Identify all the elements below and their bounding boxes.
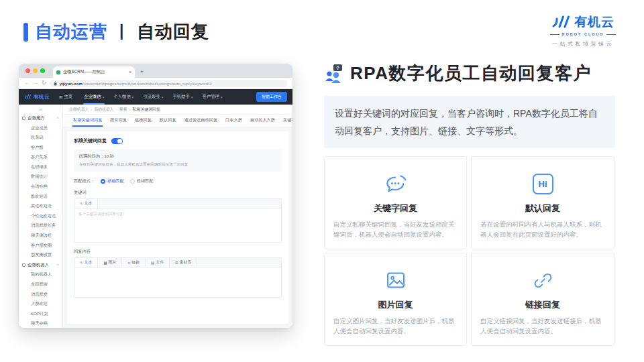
keyword-editor: ✎ 文本 (74, 198, 282, 243)
feature-heading: ? RPA数字化员工自动回复客户 (324, 62, 615, 85)
breadcrumb-item[interactable]: 我的机器人 (94, 107, 117, 113)
sidebar-item[interactable]: 企业成员 (19, 123, 62, 133)
sidebar-item[interactable]: 消息群发任务 (19, 221, 62, 231)
customers-question-icon: ? (324, 64, 344, 84)
grid-icon: ⊞ (59, 95, 62, 100)
reply-editor: ✎ 文本 ▦ 图片 (74, 257, 282, 298)
url-text: yijiyun.com/mscenter/#/pages/scrm/#/work… (60, 81, 212, 86)
zoom-window-icon[interactable] (40, 68, 45, 73)
robot-icon (22, 263, 25, 267)
radio-icon (130, 179, 135, 184)
card-description: 自定义图片回复，当好友发送图片后，机器人便会自动回复设置内容。 (325, 316, 466, 336)
new-tab-button[interactable]: + (140, 68, 144, 75)
editor-tab[interactable]: ▤ 文件 (146, 258, 170, 267)
reload-icon[interactable]: ↻ (42, 80, 46, 86)
browser-tab[interactable]: 企微SCRM——控制台 × (53, 66, 135, 78)
settings-content: 私聊关键词回复 间隔时间为：10 秒 在收到关键词信息后，机器人将延迟设置的间隔… (63, 127, 292, 328)
breadcrumb: 企微机器人我的机器人曼曼私聊关键词回复 (63, 105, 292, 115)
workbench-button[interactable]: 智能工作台 (256, 92, 287, 102)
match-mode-row: 匹配模式： 精确匹配 模糊匹配 (74, 178, 282, 184)
radio-exact-match[interactable]: 精确匹配 (101, 178, 124, 184)
nav-item-home[interactable]: ⊞ 主页 (59, 94, 72, 100)
card-description: 若在设置的时间内有人与机器人联系，则机器人会回复在此页面设置好的内容。 (472, 219, 614, 239)
sidebar-item[interactable]: 聊天存档 (19, 318, 62, 328)
settings-tab[interactable]: 私聊关键词回复 (69, 117, 106, 127)
sidebar-item[interactable]: 群欢迎语 (19, 192, 62, 202)
brand-subtitle: ROBOT CLOUD (543, 32, 623, 36)
editor-tab[interactable]: ⊞ 素材库 (170, 258, 197, 267)
reply-settings-tabs: 私聊关键词回复图片回复链接回复默认回复通过验证自动回复口令入群自动拉人入群关键字… (63, 115, 292, 127)
hi-badge-icon: Hi (533, 174, 553, 194)
reply-content-input[interactable] (74, 267, 281, 297)
breadcrumb-item[interactable]: 企微机器人 (69, 107, 92, 113)
nav-item[interactable]: 企业微信▾ (79, 89, 109, 105)
editor-tab[interactable]: ✎ 文本 (74, 258, 98, 267)
lock-icon (54, 81, 57, 86)
sidebar-item[interactable]: 会话存档 (19, 182, 62, 192)
breadcrumb-item[interactable]: 私聊关键词回复 (133, 107, 160, 113)
back-icon[interactable]: ← (24, 80, 30, 86)
sidebar-item[interactable]: 入群欢迎 (19, 299, 62, 309)
sidebar-item[interactable]: 在职继承 (19, 162, 62, 172)
minimize-window-icon[interactable] (33, 68, 38, 73)
sidebar-item[interactable]: 客户朋友圈 (19, 241, 62, 251)
sidebar-item[interactable]: 个性化欢迎语 (19, 211, 62, 221)
nav-item[interactable]: 客户管理▾ (197, 89, 227, 105)
settings-tab[interactable]: 关键字打标签 (279, 117, 292, 127)
interval-info-box: 间隔时间为：10 秒 在收到关键词信息后，机器人将延迟设置的间隔时间发送一次回复 (74, 149, 282, 172)
sidebar-item[interactable]: 聊天侧边栏 (19, 231, 62, 241)
close-window-icon[interactable] (25, 68, 30, 73)
tab-close-icon[interactable]: × (129, 70, 131, 74)
tab-favicon (56, 70, 60, 74)
radio-fuzzy-match[interactable]: 模糊匹配 (130, 178, 154, 184)
sidebar-collapse-icon[interactable]: « (19, 107, 62, 113)
editor-tab-text[interactable]: ✎ 文本 (74, 199, 98, 208)
nav-item[interactable]: 手机助手▾ (168, 89, 197, 105)
nav-item[interactable]: 引流裂变▾ (138, 89, 168, 105)
app-body: « 企微魔方 ˄ 企业成员联系码客户群客户关系在职继承数据统计会话存档群欢迎语渠… (19, 105, 292, 328)
editor-tab[interactable]: ▦ 图片 (98, 258, 122, 267)
nav-item[interactable]: 个人微信▾ (109, 89, 138, 105)
keyword-reply-toggle[interactable] (111, 138, 123, 144)
sidebar-group2-items: 我的机器人全部群聊消息群发入群欢迎SOP计划聊天存档 (19, 269, 62, 328)
settings-tab[interactable]: 图片回复 (106, 117, 131, 127)
sidebar-item[interactable]: 客户群 (19, 143, 62, 153)
sidebar-item[interactable]: 消息群发 (19, 290, 62, 300)
feature-column: ? RPA数字化员工自动回复客户 设置好关键词的对应回复，当客户咨询时，RPA数… (324, 62, 615, 346)
browser-urlbar: ← → ↻ yijiyun.com/mscenter/#/pages/scrm/… (19, 78, 292, 89)
settings-tab[interactable]: 口令入群 (221, 117, 246, 127)
settings-tab[interactable]: 通过验证自动回复 (180, 117, 222, 127)
settings-tab[interactable]: 自动拉人入群 (246, 117, 279, 127)
editor-tab[interactable]: ∞ 链接 (122, 258, 146, 267)
sidebar-item[interactable]: 渠道欢迎语 (19, 201, 62, 211)
sidebar-item[interactable]: 全部群聊 (19, 280, 62, 290)
breadcrumb-item[interactable]: 曼曼 (119, 107, 131, 113)
sidebar-item[interactable]: 朋友圈设置 (19, 250, 62, 260)
feature-description: 设置好关键词的对应回复，当客户咨询时，RPA数字化员工将自动回复客户，支持图片、… (324, 96, 615, 148)
sidebar-item[interactable]: 客户关系 (19, 152, 62, 162)
card-description: 自定义私聊关键词回复，当好友发送相应关键词后，机器人便会自动回复设置内容。 (325, 219, 466, 239)
title-accent-bar (23, 23, 28, 42)
card-title: 链接回复 (472, 299, 614, 311)
card-title: 默认回复 (472, 202, 614, 215)
address-bar[interactable]: yijiyun.com/mscenter/#/pages/scrm/#/work… (50, 80, 287, 87)
sidebar-item[interactable]: 数据统计 (19, 172, 62, 182)
brand-logo-icon (551, 15, 572, 29)
radio-icon (101, 179, 105, 184)
sidebar-item[interactable]: SOP计划 (19, 309, 62, 319)
interval-title: 间隔时间为：10 秒 (79, 154, 276, 160)
page-title-secondary: 自动回复 (137, 20, 209, 44)
sidebar-group-wecom[interactable]: 企微魔方 ˄ (19, 113, 62, 123)
app-nav-items: 企业微信▾ 个人微信▾ 引流裂变▾ 手机助手▾ (79, 89, 256, 105)
sidebar-item[interactable]: 我的机器人 (19, 269, 62, 280)
forward-icon[interactable]: → (33, 80, 38, 86)
keyword-input[interactable] (74, 208, 281, 242)
settings-tab[interactable]: 链接回复 (131, 117, 156, 127)
tab-title: 企微SCRM——控制台 (63, 69, 126, 75)
keyword-label: 关键词 (74, 190, 282, 196)
settings-tab[interactable]: 默认回复 (156, 117, 180, 127)
switch-label: 私聊关键词回复 (74, 137, 107, 144)
sidebar-group-robot[interactable]: 企微机器人 ˄ (19, 260, 62, 270)
link-icon (532, 269, 554, 292)
sidebar-item[interactable]: 联系码 (19, 133, 62, 143)
